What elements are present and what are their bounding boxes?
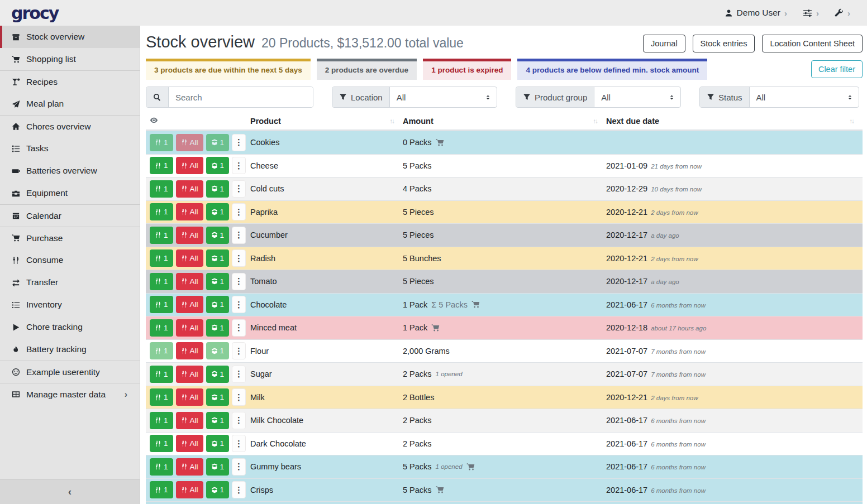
banner-warning[interactable]: 3 products are due within the next 5 day… <box>146 59 311 80</box>
consume-one-button[interactable]: 1 <box>150 458 173 476</box>
open-one-button[interactable]: 1 <box>206 458 230 476</box>
consume-all-button[interactable]: All <box>176 157 203 174</box>
sidebar-item-calendar[interactable]: Calendar <box>0 204 140 227</box>
row-menu-button[interactable]: ⋮ <box>232 249 246 267</box>
open-one-button[interactable]: 1 <box>206 412 230 429</box>
open-one-button[interactable]: 1 <box>206 249 230 267</box>
consume-one-button[interactable]: 1 <box>150 412 173 429</box>
shopping-cart-icon[interactable] <box>466 463 475 471</box>
consume-one-button[interactable]: 1 <box>150 180 173 198</box>
row-menu-button[interactable]: ⋮ <box>232 134 246 151</box>
sidebar-item-tasks[interactable]: Tasks <box>0 137 140 160</box>
sidebar-item-purchase[interactable]: Purchase <box>0 227 140 249</box>
sidebar-item-consume[interactable]: Consume <box>0 249 140 271</box>
row-menu-button[interactable]: ⋮ <box>232 319 246 337</box>
sidebar-item-shopping-list[interactable]: Shopping list <box>0 48 140 70</box>
sidebar-item-batteries-overview[interactable]: Batteries overview <box>0 160 140 182</box>
open-one-button[interactable]: 1 <box>206 481 230 498</box>
sidebar-item-recipes[interactable]: Recipes <box>0 70 140 93</box>
banner-secondary[interactable]: 2 products are overdue <box>317 59 417 80</box>
open-one-button[interactable]: 1 <box>206 366 230 383</box>
consume-one-button[interactable]: 1 <box>150 134 173 151</box>
row-menu-button[interactable]: ⋮ <box>232 203 246 220</box>
sidebar-item-chores-overview[interactable]: Chores overview <box>0 115 140 137</box>
row-menu-button[interactable]: ⋮ <box>232 180 246 198</box>
shopping-cart-icon[interactable] <box>436 138 444 147</box>
consume-one-button[interactable]: 1 <box>150 249 173 267</box>
sidebar-item-chore-tracking[interactable]: Chore tracking <box>0 316 140 338</box>
consume-all-button[interactable]: All <box>176 481 203 498</box>
consume-all-button[interactable]: All <box>176 388 203 406</box>
column-header-product[interactable]: Product ↑↓ <box>250 117 403 126</box>
sidebar-item-inventory[interactable]: Inventory <box>0 294 140 316</box>
open-one-button[interactable]: 1 <box>206 388 230 406</box>
shopping-cart-icon[interactable] <box>431 324 440 332</box>
consume-all-button[interactable]: All <box>176 203 203 220</box>
consume-one-button[interactable]: 1 <box>150 296 173 313</box>
banner-infoblue[interactable]: 4 products are below defined min. stock … <box>517 59 707 80</box>
consume-all-button[interactable]: All <box>176 296 203 313</box>
location-content-sheet-button[interactable]: Location Content Sheet <box>762 35 863 52</box>
product-group-select[interactable]: All <box>594 87 680 107</box>
sidebar-item-example-userentity[interactable]: Example userentity <box>0 361 140 383</box>
consume-one-button[interactable]: 1 <box>150 319 173 337</box>
admin-menu[interactable]: › <box>835 8 850 18</box>
open-one-button[interactable]: 1 <box>206 227 230 244</box>
row-menu-button[interactable]: ⋮ <box>232 388 246 406</box>
stock-entries-button[interactable]: Stock entries <box>693 35 755 52</box>
sidebar-collapse-button[interactable]: ‹ <box>0 479 140 504</box>
consume-all-button[interactable]: All <box>176 180 203 198</box>
consume-one-button[interactable]: 1 <box>150 342 173 359</box>
open-one-button[interactable]: 1 <box>206 296 230 313</box>
column-header-next-due-date[interactable]: Next due date ↑↓ <box>606 117 863 126</box>
sidebar-item-transfer[interactable]: Transfer <box>0 271 140 294</box>
eye-icon[interactable] <box>150 116 158 124</box>
shopping-cart-icon[interactable] <box>471 300 480 309</box>
consume-all-button[interactable]: All <box>176 342 203 359</box>
open-one-button[interactable]: 1 <box>206 157 230 174</box>
consume-all-button[interactable]: All <box>176 366 203 383</box>
consume-all-button[interactable]: All <box>176 458 203 476</box>
sidebar-item-meal-plan[interactable]: Meal plan <box>0 93 140 115</box>
row-menu-button[interactable]: ⋮ <box>232 157 246 174</box>
consume-one-button[interactable]: 1 <box>150 435 173 452</box>
consume-one-button[interactable]: 1 <box>150 203 173 220</box>
open-one-button[interactable]: 1 <box>206 180 230 198</box>
open-one-button[interactable]: 1 <box>206 203 230 220</box>
row-menu-button[interactable]: ⋮ <box>232 366 246 383</box>
consume-all-button[interactable]: All <box>176 319 203 337</box>
banner-danger[interactable]: 1 product is expired <box>423 59 511 80</box>
row-menu-button[interactable]: ⋮ <box>232 296 246 313</box>
consume-one-button[interactable]: 1 <box>150 157 173 174</box>
consume-one-button[interactable]: 1 <box>150 388 173 406</box>
row-menu-button[interactable]: ⋮ <box>232 227 246 244</box>
open-one-button[interactable]: 1 <box>206 273 230 290</box>
consume-all-button[interactable]: All <box>176 249 203 267</box>
consume-all-button[interactable]: All <box>176 227 203 244</box>
sidebar-item-battery-tracking[interactable]: Battery tracking <box>0 338 140 361</box>
user-menu[interactable]: Demo User › <box>725 8 787 18</box>
open-one-button[interactable]: 1 <box>206 435 230 452</box>
consume-one-button[interactable]: 1 <box>150 481 173 498</box>
column-header-amount[interactable]: Amount ↑↓ <box>403 117 606 126</box>
row-menu-button[interactable]: ⋮ <box>232 273 246 290</box>
grocy-logo[interactable]: grocy <box>0 3 140 23</box>
row-menu-button[interactable]: ⋮ <box>232 458 246 476</box>
status-select[interactable]: All <box>750 87 859 107</box>
consume-all-button[interactable]: All <box>176 435 203 452</box>
search-input[interactable] <box>169 87 313 107</box>
consume-one-button[interactable]: 1 <box>150 273 173 290</box>
clear-filter-button[interactable]: Clear filter <box>811 60 863 78</box>
consume-all-button[interactable]: All <box>176 273 203 290</box>
consume-all-button[interactable]: All <box>176 412 203 429</box>
consume-one-button[interactable]: 1 <box>150 227 173 244</box>
consume-all-button[interactable]: All <box>176 134 203 151</box>
sidebar-item-stock-overview[interactable]: Stock overview <box>0 26 140 48</box>
row-menu-button[interactable]: ⋮ <box>232 481 246 498</box>
sidebar-item-manage-master-data[interactable]: Manage master data› <box>0 383 140 405</box>
open-one-button[interactable]: 1 <box>206 134 230 151</box>
journal-button[interactable]: Journal <box>643 35 685 52</box>
row-menu-button[interactable]: ⋮ <box>232 412 246 429</box>
sidebar-item-equipment[interactable]: Equipment <box>0 182 140 204</box>
location-select[interactable]: All <box>390 87 497 107</box>
